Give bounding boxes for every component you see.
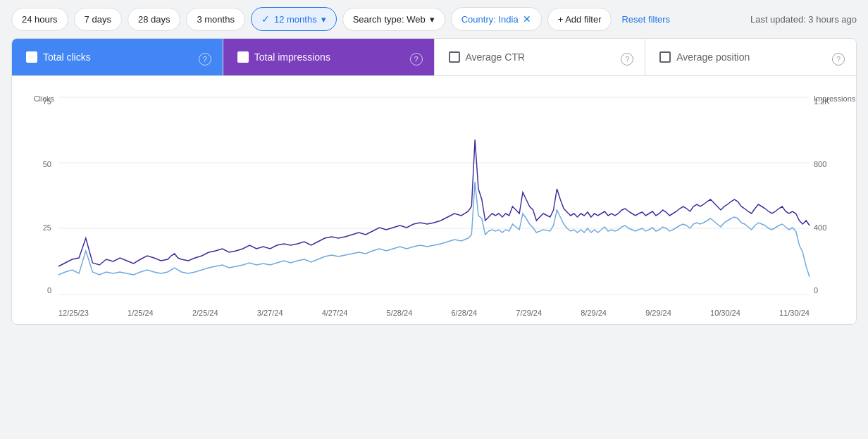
time-filter-7d[interactable]: 7 days (74, 8, 122, 31)
time-filter-24h[interactable]: 24 hours (11, 8, 68, 31)
x-label-5: 5/28/24 (387, 309, 413, 317)
search-type-dropdown[interactable]: Search type: Web ▾ (342, 8, 445, 31)
impressions-help-icon[interactable]: ? (410, 53, 423, 66)
chevron-down-icon: ▾ (430, 14, 435, 25)
x-label-1: 1/25/24 (128, 309, 154, 317)
ctr-help-icon[interactable]: ? (621, 53, 633, 66)
metric-tab-impressions[interactable]: Total impressions ? (223, 39, 435, 75)
time-filter-28d[interactable]: 28 days (128, 8, 181, 31)
clicks-help-icon[interactable]: ? (199, 53, 211, 66)
chart-section: Total clicks ? Total impressions ? Avera… (11, 38, 857, 325)
x-label-9: 9/29/24 (645, 309, 671, 317)
metric-tab-position[interactable]: Average position ? (645, 39, 856, 75)
metric-tab-ctr[interactable]: Average CTR ? (435, 39, 646, 75)
metric-tabs: Total clicks ? Total impressions ? Avera… (12, 39, 856, 76)
chart-container: 75 50 25 0 (12, 76, 856, 324)
y-tick-right-1: 800 (814, 160, 842, 168)
reset-filters-button[interactable]: Reset filters (617, 8, 674, 30)
x-label-4: 4/27/24 (322, 309, 348, 317)
add-filter-button[interactable]: + Add filter (547, 8, 612, 31)
position-help-icon[interactable]: ? (832, 53, 845, 66)
y-tick-left-0: 75 (26, 97, 56, 106)
y-tick-right-0: 1.2K (814, 97, 842, 106)
ctr-checkbox[interactable] (449, 51, 460, 63)
x-label-0: 12/25/23 (58, 309, 89, 317)
close-icon[interactable]: ✕ (523, 13, 531, 25)
y-tick-right-2: 400 (814, 223, 842, 232)
x-label-11: 11/30/24 (779, 309, 810, 317)
y-tick-left-2: 25 (26, 223, 56, 232)
x-label-8: 8/29/24 (581, 309, 607, 317)
metric-tab-clicks[interactable]: Total clicks ? (12, 39, 223, 75)
x-label-3: 3/27/24 (257, 309, 283, 317)
x-label-7: 7/29/24 (516, 309, 542, 317)
x-label-2: 2/25/24 (192, 309, 218, 317)
y-tick-right-3: 0 (814, 286, 842, 295)
check-icon: ✓ (261, 13, 270, 25)
x-label-10: 10/30/24 (710, 309, 740, 317)
impressions-checkbox[interactable] (237, 51, 249, 63)
y-tick-left-1: 50 (26, 160, 56, 168)
clicks-checkbox[interactable] (26, 51, 37, 63)
chevron-down-icon: ▾ (321, 14, 326, 25)
top-bar: 24 hours 7 days 28 days 3 months ✓ 12 mo… (0, 0, 868, 38)
chart-svg (58, 97, 810, 295)
time-filter-3m[interactable]: 3 months (186, 8, 244, 31)
time-filter-12m[interactable]: ✓ 12 months ▾ (251, 7, 337, 31)
x-label-6: 6/28/24 (451, 309, 477, 317)
position-checkbox[interactable] (659, 51, 671, 63)
country-filter-chip[interactable]: Country: India ✕ (451, 7, 542, 31)
y-tick-left-3: 0 (26, 286, 56, 295)
last-updated-text: Last updated: 3 hours ago (750, 14, 857, 25)
